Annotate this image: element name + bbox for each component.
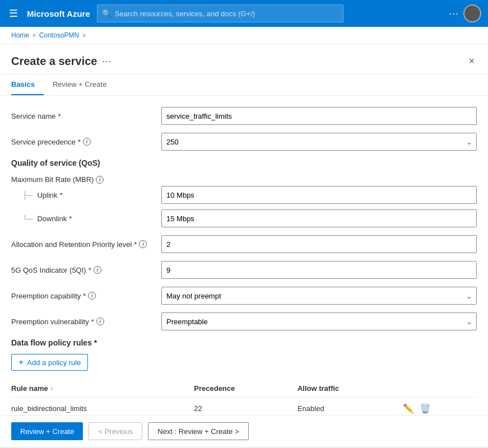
sqi-required: * — [89, 266, 91, 274]
arp-label: Allocation and Retention Priority level … — [11, 240, 157, 249]
service-name-input[interactable] — [161, 107, 477, 125]
service-precedence-select-wrapper: 250 ⌄ — [161, 133, 477, 151]
panel-footer: Review + Create < Previous Next : Review… — [0, 415, 488, 447]
close-button[interactable]: × — [466, 53, 477, 69]
tab-review-create[interactable]: Review + Create — [53, 74, 115, 95]
preemption-cap-required: * — [83, 292, 86, 300]
tabs-bar: Basics Review + Create — [0, 74, 488, 96]
app-title: Microsoft Azure — [27, 9, 90, 18]
panel-title: Create a service — [11, 55, 97, 68]
policy-rules-section: Data flow policy rules * + Add a policy … — [11, 338, 477, 415]
preemption-vul-select[interactable]: Preemptable Not preemptable — [161, 312, 477, 330]
avatar[interactable] — [463, 4, 481, 22]
arp-row: Allocation and Retention Priority level … — [11, 235, 477, 253]
form-content: Service name * Service precedence * i 25… — [0, 96, 488, 415]
cell-precedence: 22 — [194, 398, 298, 416]
sqi-row: 5G QoS Indicator (5QI) * i — [11, 261, 477, 279]
downlink-input[interactable] — [161, 209, 477, 227]
previous-button[interactable]: < Previous — [89, 422, 142, 440]
uplink-label: ├─ Uplink * — [11, 191, 157, 199]
cell-rule-name: rule_bidirectional_limits — [11, 398, 194, 416]
service-precedence-info-icon[interactable]: i — [83, 138, 91, 146]
downlink-tree-icon: └─ — [22, 214, 32, 223]
preemption-cap-row: Preemption capability * i May not preemp… — [11, 287, 477, 305]
tab-basics[interactable]: Basics — [11, 74, 44, 95]
service-name-row: Service name * — [11, 107, 477, 125]
sort-arrow-icon: ↑ — [50, 385, 53, 392]
preemption-vul-required: * — [91, 318, 94, 326]
downlink-label: └─ Downlink * — [11, 214, 157, 223]
edit-icon[interactable]: ✏️ — [403, 403, 414, 414]
mbr-label: Maximum Bit Rate (MBR) i — [11, 175, 157, 184]
search-icon: 🔍 — [102, 9, 111, 18]
service-precedence-required: * — [78, 138, 81, 146]
mbr-info-icon[interactable]: i — [96, 176, 104, 184]
breadcrumb-home[interactable]: Home — [11, 31, 29, 39]
col-allow-traffic: Allow traffic — [298, 380, 403, 398]
add-icon: + — [18, 357, 24, 367]
breadcrumb-separator-1: > — [32, 32, 36, 39]
more-options-icon[interactable]: ··· — [449, 8, 459, 20]
topnav-right-actions: ··· — [449, 4, 481, 22]
preemption-cap-info-icon[interactable]: i — [88, 292, 96, 300]
policy-rules-required: * — [94, 338, 97, 347]
uplink-required: * — [60, 191, 63, 199]
hamburger-menu-icon[interactable]: ☰ — [7, 5, 20, 22]
uplink-tree-icon: ├─ — [22, 191, 32, 199]
preemption-vul-select-wrapper: Preemptable Not preemptable ⌄ — [161, 312, 477, 330]
preemption-vul-label: Preemption vulnerability * i — [11, 318, 157, 326]
col-actions — [403, 380, 477, 398]
panel-header: Create a service ··· × — [0, 44, 488, 74]
downlink-required: * — [69, 214, 72, 223]
service-precedence-row: Service precedence * i 250 ⌄ — [11, 133, 477, 151]
arp-info-icon[interactable]: i — [139, 240, 147, 248]
uplink-row: ├─ Uplink * — [11, 186, 477, 204]
add-policy-rule-button[interactable]: + Add a policy rule — [11, 354, 88, 371]
sqi-label: 5G QoS Indicator (5QI) * i — [11, 266, 157, 274]
service-name-label: Service name * — [11, 112, 157, 120]
preemption-cap-select[interactable]: May not preempt May preempt — [161, 287, 477, 305]
next-review-create-button[interactable]: Next : Review + Create > — [148, 422, 248, 440]
breadcrumb-resource[interactable]: ContosoPMN — [39, 31, 79, 39]
qos-section-title: Quality of service (QoS) — [11, 158, 477, 167]
cell-allow-traffic: Enabled — [298, 398, 403, 416]
delete-icon[interactable]: 🗑️ — [420, 403, 431, 414]
service-precedence-label: Service precedence * i — [11, 138, 157, 146]
panel-title-row: Create a service ··· — [11, 55, 111, 68]
service-precedence-select[interactable]: 250 — [161, 133, 477, 151]
service-name-required: * — [58, 112, 61, 120]
sqi-info-icon[interactable]: i — [94, 266, 101, 274]
arp-required: * — [134, 240, 137, 249]
panel-ellipsis-icon[interactable]: ··· — [101, 55, 111, 67]
breadcrumb-separator-2: > — [82, 32, 86, 39]
preemption-cap-label: Preemption capability * i — [11, 292, 157, 300]
downlink-row: └─ Downlink * — [11, 209, 477, 227]
breadcrumb: Home > ContosoPMN > — [0, 27, 488, 44]
search-input[interactable] — [115, 10, 338, 18]
mbr-label-row: Maximum Bit Rate (MBR) i — [11, 175, 477, 184]
col-rule-name: Rule name ↑ — [11, 380, 194, 398]
sqi-input[interactable] — [161, 261, 477, 279]
top-navigation: ☰ Microsoft Azure 🔍 ··· — [0, 0, 488, 27]
preemption-vul-row: Preemption vulnerability * i Preemptable… — [11, 312, 477, 330]
main-panel: Create a service ··· × Basics Review + C… — [0, 44, 488, 447]
review-create-button[interactable]: Review + Create — [11, 422, 83, 440]
col-precedence: Precedence — [194, 380, 298, 398]
preemption-vul-info-icon[interactable]: i — [96, 318, 104, 325]
preemption-cap-select-wrapper: May not preempt May preempt ⌄ — [161, 287, 477, 305]
rules-table: Rule name ↑ Precedence Allow traffic rul… — [11, 380, 477, 415]
cell-actions: ✏️ 🗑️ — [403, 398, 477, 416]
search-bar[interactable]: 🔍 — [97, 4, 343, 22]
uplink-input[interactable] — [161, 186, 477, 204]
add-rule-label: Add a policy rule — [27, 358, 81, 367]
policy-rules-title: Data flow policy rules * — [11, 338, 477, 347]
arp-input[interactable] — [161, 235, 477, 253]
table-row: rule_bidirectional_limits 22 Enabled ✏️ … — [11, 398, 477, 416]
